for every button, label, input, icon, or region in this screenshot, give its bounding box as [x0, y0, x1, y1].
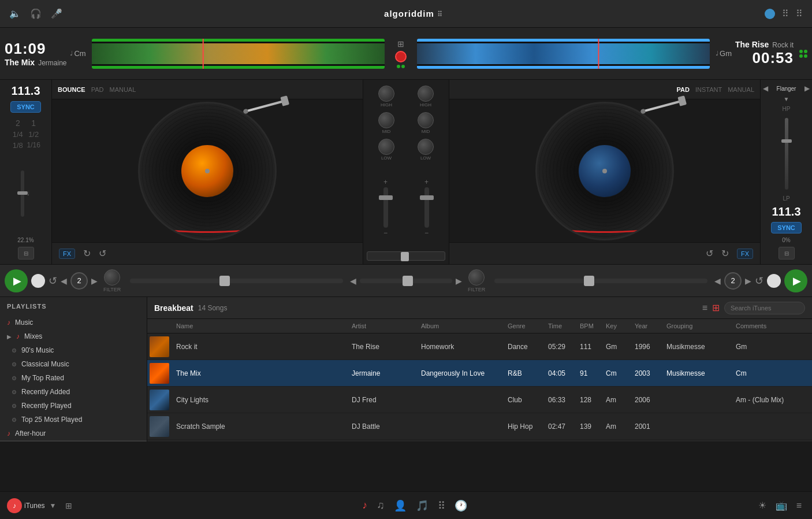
right-filter-knob[interactable] [468, 269, 485, 286]
crossfader-plus-left[interactable]: + [383, 178, 388, 186]
col-header-genre[interactable]: Genre [503, 319, 543, 333]
table-row[interactable]: Deep Rock Miles Police & Thieves Reggae … [147, 440, 812, 442]
left-low-knob[interactable] [378, 139, 394, 155]
left-loop-undo[interactable]: ↺ [49, 275, 57, 287]
right-high-knob[interactable] [418, 86, 434, 102]
sidebar-item-breakbeat[interactable]: ♪ Breakbeat [0, 440, 147, 442]
right-mode-pad[interactable]: PAD [676, 86, 689, 93]
grid-view-btn[interactable]: ⊞ [397, 39, 404, 49]
crossfader-minus-right[interactable]: − [424, 229, 429, 237]
col-header-year[interactable]: Year [630, 319, 662, 333]
right-loop-undo[interactable]: ↺ [755, 275, 763, 287]
left-high-knob[interactable] [378, 86, 394, 102]
table-row[interactable]: The Mix Jermaine Dangerously In Love R&B… [147, 360, 812, 387]
right-fx-btn[interactable]: FX [737, 249, 753, 259]
left-loop-num[interactable]: 2 [70, 272, 88, 290]
left-nav-prev[interactable]: ◀ [61, 276, 67, 286]
sidebar-item-music[interactable]: ♪ Music [0, 316, 147, 329]
left-filter-knob[interactable] [104, 269, 120, 286]
crossfader-minus-left[interactable]: − [383, 229, 388, 237]
left-nav-next[interactable]: ▶ [91, 276, 98, 286]
col-header-comments[interactable]: Comments [731, 319, 812, 333]
col-header-grouping[interactable]: Grouping [662, 319, 731, 333]
mic-icon[interactable]: 🎤 [51, 8, 62, 19]
sidebar-item-recently-played[interactable]: ⚙ Recently Played [0, 399, 147, 413]
left-channel-fader[interactable] [383, 187, 388, 228]
record-btn[interactable] [395, 51, 407, 62]
right-next-effect[interactable]: ▶ [804, 84, 810, 92]
left-sync-btn[interactable]: SYNC [10, 101, 41, 113]
sidebar-item-after-hour[interactable]: ♪ After-hour [0, 427, 147, 440]
beat-1[interactable]: 1 [27, 118, 40, 128]
right-prev-effect[interactable]: ◀ [763, 84, 768, 92]
left-mid-knob[interactable] [378, 112, 394, 128]
headphone-icon[interactable]: 🎧 [30, 8, 42, 19]
bottom-display-icon[interactable]: 📺 [776, 500, 787, 511]
sidebar-item-90s[interactable]: ⚙ 90's Music [0, 343, 147, 357]
beat-1-8[interactable]: 1/8 [11, 141, 24, 150]
beat-1-4[interactable]: 1/4 [11, 130, 24, 139]
active-indicator[interactable] [765, 9, 775, 19]
right-sync-btn[interactable]: SYNC [771, 222, 802, 233]
bottom-terminal-icon[interactable]: ⊞ [65, 501, 72, 510]
bottom-history-icon[interactable]: 🕐 [455, 499, 467, 512]
right-waveform[interactable] [417, 39, 710, 69]
beat-1-16[interactable]: 1/16 [27, 141, 40, 150]
sidebar-item-recently-added[interactable]: ⚙ Recently Added [0, 385, 147, 399]
col-header-key[interactable]: Key [601, 319, 630, 333]
search-input[interactable] [724, 302, 805, 314]
list-view-toggle-2[interactable]: ⊞ [712, 302, 720, 313]
bottom-playlist-icon[interactable]: ♪ [362, 499, 367, 511]
beat-2[interactable]: 2 [11, 118, 24, 128]
left-loop-btn[interactable]: ↻ [83, 248, 91, 259]
right-effect-dropdown[interactable]: ▼ [784, 96, 789, 102]
sidebar-item-classical[interactable]: ⚙ Classical Music [0, 357, 147, 371]
source-label[interactable]: iTunes [24, 502, 45, 510]
left-tempo-fader[interactable] [130, 279, 343, 283]
itunes-btn[interactable]: ♪ [7, 498, 22, 513]
bottom-brightness-icon[interactable]: ☀ [758, 500, 766, 511]
left-turntable[interactable] [138, 102, 277, 240]
list-view-toggle-1[interactable]: ≡ [702, 303, 707, 313]
layout-icon[interactable]: ⠿ [796, 8, 803, 19]
left-cue-btn[interactable] [31, 274, 45, 288]
right-tempo-fader[interactable] [494, 279, 707, 283]
left-undo-btn[interactable]: ↺ [99, 248, 106, 259]
table-row[interactable]: Rock it The Rise Homework Dance 05:29 11… [147, 333, 812, 360]
right-cue-btn[interactable] [767, 274, 781, 288]
right-crossfader-arrow[interactable]: ▶ [456, 276, 462, 286]
left-play-btn[interactable]: ▶ [5, 269, 28, 292]
right-nav-next[interactable]: ▶ [745, 276, 751, 286]
crossfader-plus-right[interactable]: + [424, 178, 429, 186]
sidebar-item-top25[interactable]: ⚙ Top 25 Most Played [0, 413, 147, 427]
center-tempo-fader[interactable] [360, 279, 452, 283]
left-mode-pad[interactable]: PAD [91, 86, 104, 93]
right-turntable[interactable] [535, 102, 674, 240]
right-undo-btn[interactable]: ↺ [706, 248, 713, 259]
right-nav-prev[interactable]: ◀ [714, 276, 721, 286]
menu-icon[interactable]: ⠿ [782, 8, 789, 19]
col-header-time[interactable]: Time [543, 319, 575, 333]
right-mid-knob[interactable] [418, 112, 434, 128]
speaker-icon[interactable]: 🔈 [9, 8, 21, 19]
col-header-bpm[interactable]: BPM [575, 319, 601, 333]
bottom-genre-icon[interactable]: ⠿ [438, 499, 445, 512]
sidebar-item-top-rated[interactable]: ⚙ My Top Rated [0, 371, 147, 385]
left-mode-bounce[interactable]: BOUNCE [58, 86, 85, 93]
right-panel-btn[interactable]: ⊟ [779, 247, 795, 260]
right-play-btn[interactable]: ▶ [784, 269, 807, 292]
col-header-album[interactable]: Album [416, 319, 503, 333]
right-mode-instant[interactable]: INSTANT [695, 86, 722, 93]
table-row[interactable]: City Lights DJ Fred Club 06:33 128 Am 20… [147, 387, 812, 413]
bottom-artist-icon[interactable]: 👤 [394, 499, 407, 512]
crossfader[interactable] [367, 251, 445, 261]
bottom-music-icon[interactable]: ♫ [377, 499, 385, 511]
left-crossfader-arrow[interactable]: ◀ [350, 276, 356, 286]
bottom-album-icon[interactable]: 🎵 [416, 499, 429, 512]
left-panel-btn[interactable]: ⊟ [18, 247, 34, 260]
left-fx-btn[interactable]: FX [59, 249, 75, 259]
left-waveform[interactable] [92, 39, 385, 69]
right-loop-btn[interactable]: ↻ [721, 248, 729, 259]
col-header-name[interactable]: Name [172, 319, 347, 333]
table-row[interactable]: Scratch Sample DJ Battle Hip Hop 02:47 1… [147, 413, 812, 440]
